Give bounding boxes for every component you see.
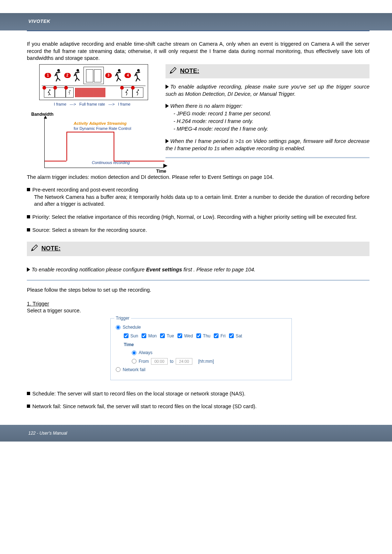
note-header-wide: NOTE:: [27, 242, 369, 256]
square-bullet-icon: [27, 215, 30, 218]
arrow-up-icon: ▲: [43, 114, 48, 121]
note-title: NOTE:: [41, 245, 61, 253]
note-separator: [27, 280, 369, 281]
day-checkbox-wed[interactable]: [177, 333, 182, 338]
to-label: to: [170, 358, 173, 364]
note-item: To enable adaptive recording, please mak…: [166, 83, 369, 98]
dfc-label: for Dynamic Frame Rate Control: [74, 126, 131, 131]
square-bullet-icon: [27, 228, 30, 231]
always-radio[interactable]: [132, 350, 136, 355]
triangle-icon: [166, 85, 169, 89]
day-checkbox-tue[interactable]: [160, 333, 165, 338]
svg-point-1: [77, 69, 79, 71]
bullet-block: Source: Select a stream for the recordin…: [27, 227, 369, 234]
door-icon: [83, 67, 104, 84]
aas-label: Activity Adaptive Streaming: [74, 121, 127, 126]
from-label: From: [139, 358, 149, 364]
day-checkbox-sun[interactable]: [124, 333, 128, 338]
header-divider: [27, 30, 369, 34]
day-checkbox-sat[interactable]: [229, 333, 234, 338]
frame-cell: [44, 87, 55, 98]
diagram-num-3: 3: [105, 73, 112, 78]
runner-icon: [72, 68, 82, 83]
steps-intro: Please follow the steps below to set up …: [27, 287, 369, 294]
triangle-icon: [166, 104, 169, 108]
page-header: VIVOTEK: [0, 13, 392, 30]
svg-point-4: [49, 89, 50, 90]
svg-point-2: [118, 69, 120, 71]
bandwidth-label: Bandwidth: [31, 111, 158, 117]
triangle-icon: [27, 267, 30, 272]
bullet-block: Pre-event recording and post-event recor…: [27, 186, 369, 208]
square-bullet-icon: [27, 188, 30, 191]
note-separator: [166, 157, 369, 158]
trigger-sub: Select a trigger source.: [27, 307, 369, 315]
day-checkbox-fri[interactable]: [214, 333, 219, 338]
brand-label: VIVOTEK: [28, 19, 50, 24]
days-row: Sun Mon Tue Wed Thu Fri Sat: [124, 333, 286, 339]
diagram-caption: I frame ---> Full frame rate ---> I fram…: [27, 102, 158, 107]
diagram-column: 1 2 3 4: [27, 64, 158, 168]
after-note-paragraph: The alarm trigger includes: motion detec…: [27, 174, 369, 181]
always-label: Always: [139, 350, 152, 356]
runner-icon: [53, 68, 63, 83]
frame-cell: [55, 87, 66, 98]
note2-line: To enable recording notification please …: [27, 266, 369, 274]
network-fail-radio[interactable]: [116, 367, 121, 372]
schedule-label: Schedule: [123, 324, 141, 330]
full-frame-bar: [75, 87, 120, 98]
svg-point-3: [137, 69, 140, 71]
trailing-bullet: Network fail: Since network fail, the se…: [27, 403, 369, 410]
diagram-num-2: 2: [64, 73, 71, 78]
time-axis-label: Time: [156, 168, 166, 174]
triangle-icon: [166, 139, 169, 143]
trigger-heading: 1. Trigger: [27, 300, 369, 308]
pencil-icon: [30, 244, 38, 254]
trailing-bullet: Schedule: The server will start to recor…: [27, 390, 369, 398]
activity-diagram: 1 2 3 4: [39, 64, 148, 100]
frame-cell: [132, 87, 143, 98]
bullet-block: Priority: Select the relative importance…: [27, 214, 369, 221]
hhmm-label: [hh:mm]: [198, 358, 214, 364]
content-area: If you enable adaptive recording and ena…: [0, 34, 392, 410]
note-item: When the I frame period is >1s on Video …: [166, 138, 369, 152]
frame-cell: [122, 87, 132, 98]
footer-text: 122 - User's Manual: [28, 431, 67, 436]
to-time-input[interactable]: [176, 358, 192, 365]
bandwidth-graph: ▲ ▶ Activity Adaptive Streaming for Dyna…: [44, 117, 164, 168]
day-checkbox-thu[interactable]: [196, 333, 201, 338]
note-title: NOTE:: [180, 67, 199, 75]
svg-point-5: [70, 90, 71, 91]
continuous-label: Continuous recording: [92, 160, 130, 165]
note-column: NOTE: To enable adaptive recording, plea…: [166, 64, 369, 168]
trigger-legend: Trigger: [114, 315, 131, 321]
square-bullet-icon: [27, 405, 30, 408]
from-time-input[interactable]: [151, 358, 168, 365]
from-radio[interactable]: [132, 359, 136, 364]
note-item: When there is no alarm trigger: - JPEG m…: [166, 103, 369, 133]
page-footer: 122 - User's Manual: [0, 425, 392, 442]
time-label: Time: [124, 342, 286, 348]
runner-icon: [132, 68, 143, 83]
square-bullet-icon: [27, 392, 30, 395]
frame-cell: [66, 87, 74, 98]
pencil-icon: [169, 66, 177, 77]
intro-paragraph: If you enable adaptive recording and ena…: [27, 41, 369, 62]
note-header: NOTE:: [166, 64, 369, 79]
schedule-radio[interactable]: [116, 325, 121, 330]
trigger-fieldset: Trigger Schedule Sun Mon Tue Wed Thu Fri…: [110, 318, 292, 380]
day-checkbox-mon[interactable]: [142, 333, 146, 338]
diagram-num-1: 1: [45, 73, 51, 78]
runner-icon: [113, 68, 123, 83]
diagram-num-4: 4: [124, 73, 131, 78]
svg-point-6: [127, 89, 128, 90]
svg-point-0: [57, 69, 60, 71]
svg-point-7: [138, 89, 139, 90]
network-fail-label: Network fail: [123, 367, 146, 373]
